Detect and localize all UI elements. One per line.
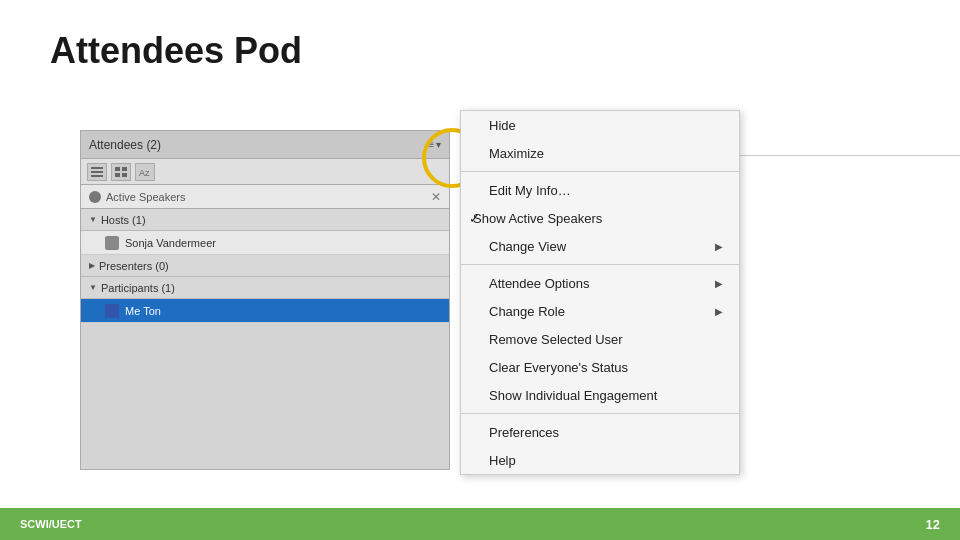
presenters-section-header[interactable]: ▶ Presenters (0) <box>81 255 449 277</box>
meton-avatar <box>105 304 119 318</box>
menu-item-remove-user[interactable]: Remove Selected User <box>461 325 739 353</box>
sonja-avatar <box>105 236 119 250</box>
panel-header-title: Attendees (2) <box>89 138 161 152</box>
menu-divider-1 <box>461 171 739 172</box>
user-row-sonja[interactable]: Sonja Vandermeer <box>81 231 449 255</box>
active-speakers-row: Active Speakers ✕ <box>81 185 449 209</box>
menu-item-maximize[interactable]: Maximize <box>461 139 739 167</box>
menu-maximize-label: Maximize <box>489 146 544 161</box>
grid-view-button[interactable] <box>111 163 131 181</box>
panel-toolbar: Az <box>81 159 449 185</box>
change-role-submenu-arrow: ▶ <box>715 306 723 317</box>
svg-rect-2 <box>91 175 103 177</box>
menu-clear-status-label: Clear Everyone's Status <box>489 360 628 375</box>
svg-rect-5 <box>115 173 120 177</box>
bottom-bar-label: SCWI/UECT <box>20 518 82 530</box>
menu-item-preferences[interactable]: Preferences <box>461 418 739 446</box>
menu-item-attendee-options[interactable]: Attendee Options ▶ <box>461 269 739 297</box>
presenters-section-label: Presenters (0) <box>99 260 169 272</box>
menu-individual-engagement-label: Show Individual Engagement <box>489 388 657 403</box>
attendee-options-submenu-arrow: ▶ <box>715 278 723 289</box>
svg-rect-3 <box>115 167 120 171</box>
svg-text:Az: Az <box>139 168 150 177</box>
attendees-panel: Attendees (2) ≡ ▾ Az Active Speakers ✕ <box>80 130 450 470</box>
hosts-expand-arrow: ▼ <box>89 215 97 224</box>
menu-item-change-role[interactable]: Change Role ▶ <box>461 297 739 325</box>
context-menu: Hide Maximize Edit My Info… ✓ Show Activ… <box>460 110 740 475</box>
participants-section-header[interactable]: ▼ Participants (1) <box>81 277 449 299</box>
svg-rect-6 <box>122 173 127 177</box>
menu-attendee-options-label: Attendee Options <box>489 276 589 291</box>
menu-divider-2 <box>461 264 739 265</box>
sort-button[interactable]: Az <box>135 163 155 181</box>
menu-hide-label: Hide <box>489 118 516 133</box>
active-speakers-label: Active Speakers <box>89 191 185 203</box>
menu-item-hide[interactable]: Hide <box>461 111 739 139</box>
user-row-meton[interactable]: Me Ton <box>81 299 449 323</box>
menu-item-edit-info[interactable]: Edit My Info… <box>461 176 739 204</box>
page-title: Attendees Pod <box>50 30 302 72</box>
participants-expand-arrow: ▼ <box>89 283 97 292</box>
change-view-submenu-arrow: ▶ <box>715 241 723 252</box>
panel-header: Attendees (2) ≡ ▾ <box>81 131 449 159</box>
participants-section-label: Participants (1) <box>101 282 175 294</box>
page-number: 12 <box>926 517 940 532</box>
menu-divider-3 <box>461 413 739 414</box>
menu-show-active-speakers-label: Show Active Speakers <box>473 211 602 226</box>
hosts-section-label: Hosts (1) <box>101 214 146 226</box>
menu-edit-info-label: Edit My Info… <box>489 183 571 198</box>
svg-rect-4 <box>122 167 127 171</box>
check-icon: ✓ <box>469 211 480 226</box>
sonja-name: Sonja Vandermeer <box>125 237 216 249</box>
menu-change-role-label: Change Role <box>489 304 565 319</box>
meton-name: Me Ton <box>125 305 161 317</box>
menu-help-label: Help <box>489 453 516 468</box>
bottom-bar: SCWI/UECT 12 <box>0 508 960 540</box>
menu-item-individual-engagement[interactable]: Show Individual Engagement <box>461 381 739 409</box>
chevron-down-icon: ▾ <box>436 139 441 150</box>
svg-rect-0 <box>91 167 103 169</box>
menu-item-clear-status[interactable]: Clear Everyone's Status <box>461 353 739 381</box>
close-active-speakers-button[interactable]: ✕ <box>431 190 441 204</box>
active-speakers-text: Active Speakers <box>106 191 185 203</box>
menu-item-help[interactable]: Help <box>461 446 739 474</box>
svg-rect-1 <box>91 171 103 173</box>
menu-item-change-view[interactable]: Change View ▶ <box>461 232 739 260</box>
menu-change-view-label: Change View <box>489 239 566 254</box>
menu-item-show-active-speakers[interactable]: ✓ Show Active Speakers <box>461 204 739 232</box>
presenters-expand-arrow: ▶ <box>89 261 95 270</box>
speaker-icon <box>89 191 101 203</box>
menu-icon: ≡ <box>428 139 434 150</box>
menu-remove-user-label: Remove Selected User <box>489 332 623 347</box>
hosts-section-header[interactable]: ▼ Hosts (1) <box>81 209 449 231</box>
menu-preferences-label: Preferences <box>489 425 559 440</box>
list-view-button[interactable] <box>87 163 107 181</box>
panel-menu-button[interactable]: ≡ ▾ <box>428 139 441 150</box>
